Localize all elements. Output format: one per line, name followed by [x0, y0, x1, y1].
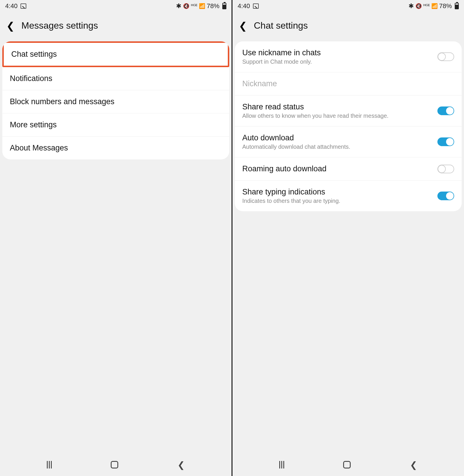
toggle-auto-download[interactable]: [437, 137, 454, 146]
back-icon[interactable]: ❮: [239, 21, 247, 31]
nav-back-icon[interactable]: ❮: [178, 460, 185, 470]
header: ❮ Chat settings: [232, 12, 464, 41]
status-bar: 4:40 ✱ 🔇 ᴴᴳᴱ 📶 78%: [0, 0, 232, 12]
battery-percent: 78%: [207, 2, 219, 10]
toggle-use-nickname[interactable]: [437, 52, 454, 61]
battery-icon: [455, 3, 459, 9]
row-label: Share read status: [242, 102, 437, 111]
nav-bar: ❮: [0, 453, 232, 476]
home-icon[interactable]: [343, 461, 351, 468]
nav-back-icon[interactable]: ❮: [410, 460, 417, 470]
mute-icon: 🔇: [415, 3, 422, 9]
page-title: Messages settings: [21, 20, 98, 31]
header: ❮ Messages settings: [0, 12, 232, 41]
row-block-numbers[interactable]: Block numbers and messages: [2, 90, 229, 113]
status-time: 4:40: [5, 2, 18, 10]
row-label: Block numbers and messages: [10, 97, 222, 106]
toggle-share-typing[interactable]: [437, 192, 454, 200]
chat-settings-card: Use nickname in chats Support in Chat mo…: [235, 41, 462, 211]
row-label: Share typing indications: [242, 188, 437, 196]
row-share-read-status[interactable]: Share read status Allow others to know w…: [235, 95, 462, 126]
toggle-roaming-auto-download[interactable]: [437, 165, 454, 173]
row-about-messages[interactable]: About Messages: [2, 137, 229, 159]
recents-icon[interactable]: [47, 461, 52, 468]
row-label: Chat settings: [11, 50, 220, 59]
row-label: Roaming auto download: [242, 164, 437, 173]
network-icon: ᴴᴳᴱ: [191, 3, 197, 9]
signal-icon: 📶: [431, 3, 437, 9]
bluetooth-icon: ✱: [408, 2, 414, 10]
row-notifications[interactable]: Notifications: [2, 67, 229, 90]
row-label: More settings: [10, 120, 222, 129]
recents-icon[interactable]: [279, 461, 284, 468]
mute-icon: 🔇: [183, 3, 189, 9]
status-bar: 4:40 ✱ 🔇 ᴴᴳᴱ 📶 78%: [232, 0, 464, 12]
picture-icon: [21, 3, 26, 9]
phone-right: 4:40 ✱ 🔇 ᴴᴳᴱ 📶 78% ❮ Chat settings Use n…: [232, 0, 464, 476]
battery-percent: 78%: [439, 2, 452, 10]
row-share-typing[interactable]: Share typing indications Indicates to ot…: [235, 181, 462, 211]
row-label: Use nickname in chats: [242, 48, 437, 57]
row-sublabel: Automatically download chat attachments.: [242, 144, 437, 150]
bluetooth-icon: ✱: [176, 2, 181, 10]
battery-icon: [222, 3, 226, 9]
row-label: Auto download: [242, 133, 437, 142]
settings-card: Chat settings Notifications Block number…: [2, 41, 229, 159]
phone-left: 4:40 ✱ 🔇 ᴴᴳᴱ 📶 78% ❮ Messages settings C…: [0, 0, 232, 476]
row-use-nickname[interactable]: Use nickname in chats Support in Chat mo…: [235, 41, 462, 72]
row-auto-download[interactable]: Auto download Automatically download cha…: [235, 126, 462, 157]
row-sublabel: Support in Chat mode only.: [242, 58, 437, 65]
home-icon[interactable]: [111, 461, 118, 468]
picture-icon: [253, 3, 259, 9]
row-nickname: Nickname: [235, 72, 462, 95]
network-icon: ᴴᴳᴱ: [423, 3, 430, 9]
status-time: 4:40: [238, 2, 250, 10]
toggle-share-read-status[interactable]: [437, 106, 454, 115]
row-label: About Messages: [10, 144, 222, 152]
page-title: Chat settings: [254, 20, 308, 31]
back-icon[interactable]: ❮: [6, 21, 14, 31]
nav-bar: ❮: [232, 453, 464, 476]
row-label: Notifications: [10, 74, 222, 83]
row-roaming-auto-download[interactable]: Roaming auto download: [235, 157, 462, 181]
signal-icon: 📶: [199, 3, 205, 9]
row-sublabel: Allow others to know when you have read …: [242, 113, 437, 119]
row-chat-settings[interactable]: Chat settings: [2, 41, 229, 67]
row-label: Nickname: [242, 79, 454, 88]
row-sublabel: Indicates to others that you are typing.: [242, 198, 437, 204]
row-more-settings[interactable]: More settings: [2, 113, 229, 137]
